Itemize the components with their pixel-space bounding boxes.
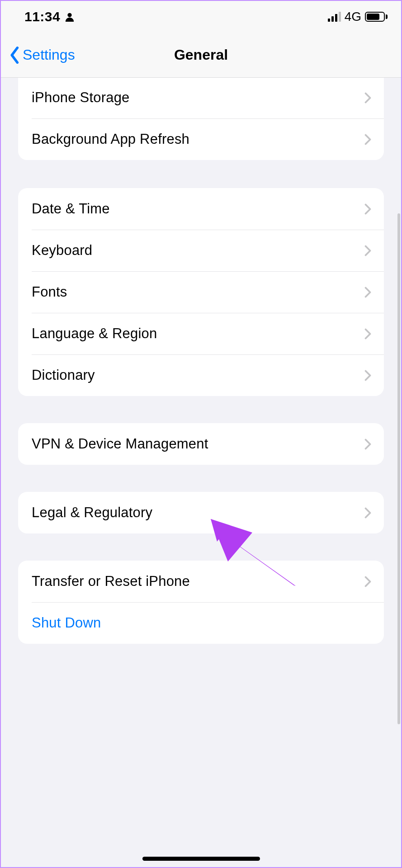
back-button[interactable]: Settings <box>6 44 78 66</box>
row-dictionary[interactable]: Dictionary <box>18 354 384 396</box>
chevron-right-icon <box>364 576 371 587</box>
chevron-left-icon <box>9 47 21 64</box>
settings-group-3: Legal & Regulatory <box>18 492 384 533</box>
row-keyboard[interactable]: Keyboard <box>18 230 384 271</box>
row-label: Language & Region <box>32 326 157 342</box>
row-label: Transfer or Reset iPhone <box>32 573 190 590</box>
row-fonts[interactable]: Fonts <box>18 271 384 313</box>
chevron-right-icon <box>364 328 371 340</box>
cellular-signal-icon <box>328 12 341 22</box>
row-label: Legal & Regulatory <box>32 505 152 521</box>
settings-group-1: Date & Time Keyboard Fonts Language & Re… <box>18 188 384 396</box>
chevron-right-icon <box>364 370 371 381</box>
network-type: 4G <box>345 9 361 24</box>
home-indicator[interactable] <box>142 857 260 861</box>
back-label: Settings <box>23 47 75 63</box>
row-label: Date & Time <box>32 201 110 217</box>
chevron-right-icon <box>364 507 371 519</box>
row-label: Fonts <box>32 284 67 300</box>
settings-group-2: VPN & Device Management <box>18 423 384 465</box>
row-transfer-reset[interactable]: Transfer or Reset iPhone <box>18 561 384 602</box>
row-label: Shut Down <box>32 615 101 631</box>
settings-group-4: Transfer or Reset iPhone Shut Down <box>18 561 384 644</box>
device-frame: 11:34 4G Settings General iPhone Storage <box>0 0 402 868</box>
row-label: Dictionary <box>32 367 95 383</box>
person-icon <box>65 12 75 22</box>
chevron-right-icon <box>364 92 371 104</box>
chevron-right-icon <box>364 287 371 298</box>
row-background-app-refresh[interactable]: Background App Refresh <box>18 118 384 160</box>
svg-point-0 <box>68 13 72 17</box>
chevron-right-icon <box>364 134 371 145</box>
row-label: VPN & Device Management <box>32 436 208 452</box>
status-bar: 11:34 4G <box>1 1 401 33</box>
row-shut-down[interactable]: Shut Down <box>18 602 384 644</box>
row-label: iPhone Storage <box>32 90 130 106</box>
status-right: 4G <box>328 9 388 24</box>
content-area[interactable]: iPhone Storage Background App Refresh Da… <box>1 78 401 867</box>
row-legal-regulatory[interactable]: Legal & Regulatory <box>18 492 384 533</box>
row-language-region[interactable]: Language & Region <box>18 313 384 354</box>
chevron-right-icon <box>364 439 371 450</box>
status-left: 11:34 <box>24 9 75 24</box>
nav-header: Settings General <box>1 33 401 78</box>
row-vpn-device-management[interactable]: VPN & Device Management <box>18 423 384 465</box>
row-label: Background App Refresh <box>32 131 189 147</box>
row-date-time[interactable]: Date & Time <box>18 188 384 230</box>
scroll-indicator[interactable] <box>397 213 400 724</box>
settings-group-0: iPhone Storage Background App Refresh <box>18 78 384 160</box>
row-iphone-storage[interactable]: iPhone Storage <box>18 78 384 118</box>
chevron-right-icon <box>364 245 371 256</box>
chevron-right-icon <box>364 203 371 215</box>
battery-icon <box>365 12 388 22</box>
row-label: Keyboard <box>32 242 92 259</box>
status-time: 11:34 <box>24 9 60 24</box>
